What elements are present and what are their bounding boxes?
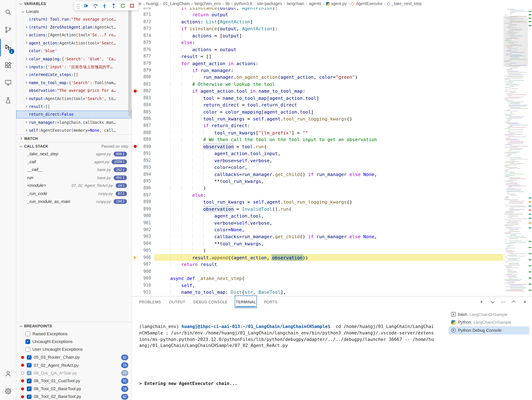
variable-row[interactable]: run_manager: <langchain.callbacks.man… bbox=[16, 118, 132, 126]
breadcrumb-folder[interactable]: site-packages bbox=[257, 1, 282, 6]
breakpoint-checkbox[interactable] bbox=[25, 347, 30, 352]
code-line[interactable]: 886 tool_run_kwargs = self.agent.tool_ru… bbox=[132, 115, 503, 122]
gutter[interactable]: 908 bbox=[132, 268, 154, 275]
gutter[interactable]: 903 bbox=[132, 233, 154, 240]
variable-row[interactable]: name_to_tool_map: {'Search': Tool(nam… bbox=[16, 79, 132, 87]
code-line[interactable]: 897 else: bbox=[132, 192, 503, 198]
gutter[interactable]: 892 bbox=[132, 157, 154, 164]
variable-row[interactable]: observation: "The average price for a… bbox=[16, 87, 132, 95]
call-stack-header[interactable]: CALL STACK Paused on step bbox=[16, 142, 132, 150]
variable-row[interactable]: agent_action: AgentAction(tool='Searc… bbox=[16, 39, 132, 47]
gutter[interactable]: 911 bbox=[132, 289, 154, 296]
settings-gear-icon[interactable] bbox=[0, 382, 16, 400]
testing-icon[interactable] bbox=[0, 92, 16, 109]
code-line[interactable]: 891 agent_action.tool_input, bbox=[132, 150, 503, 157]
code-line[interactable]: 884 return_direct = tool.return_direct bbox=[132, 102, 503, 108]
panel-tab-ports[interactable]: PORTS bbox=[264, 297, 278, 307]
gutter[interactable]: 886 bbox=[132, 115, 154, 122]
gutter[interactable]: 902 bbox=[132, 226, 154, 233]
code-line[interactable]: 880 run_manager.on_agent_action(agent_ac… bbox=[132, 74, 503, 81]
more-actions-button[interactable]: ⋯ bbox=[500, 299, 506, 305]
breadcrumb-folder[interactable]: python3.8 bbox=[234, 1, 252, 6]
breakpoint-checkbox[interactable] bbox=[25, 331, 30, 336]
run-and-debug-icon[interactable]: 1 bbox=[0, 39, 16, 56]
breadcrumb-folder[interactable]: langchain bbox=[287, 1, 304, 6]
code-line[interactable]: 879 if run_manager: bbox=[132, 67, 503, 74]
code-line[interactable]: 878 for agent_action in actions: bbox=[132, 60, 503, 67]
panel-tab-terminal[interactable]: TERMINAL bbox=[236, 297, 256, 307]
gutter[interactable]: 890 bbox=[132, 143, 154, 150]
step-out-button[interactable] bbox=[109, 2, 118, 10]
close-panel-button[interactable]: × bbox=[522, 299, 528, 305]
breadcrumb-file[interactable]: agent.py bbox=[331, 1, 347, 6]
code-line[interactable]: 872 actions: List[AgentAction] bbox=[132, 18, 503, 25]
breadcrumb-folder[interactable]: agents bbox=[309, 1, 321, 6]
terminal-dropdown-button[interactable] bbox=[489, 299, 495, 305]
breakpoint-dot-icon[interactable] bbox=[133, 89, 137, 93]
minimap[interactable] bbox=[504, 7, 528, 296]
variable-row[interactable]: self: AgentExecutor(memory=None, call… bbox=[16, 126, 132, 134]
gutter[interactable]: 898 bbox=[132, 198, 154, 205]
code-line[interactable]: 870 if isinstance(output, AgentFinish): bbox=[132, 7, 503, 12]
code-line[interactable]: 887 if return_direct: bbox=[132, 122, 503, 129]
breakpoint-checkbox[interactable] bbox=[25, 339, 30, 344]
variable-row[interactable]: output: AgentAction(tool='Search', to… bbox=[16, 95, 132, 102]
variable-row[interactable]: color: 'blue' bbox=[16, 47, 132, 55]
code-line[interactable]: 898 tool_run_kwargs = self.agent.tool_ru… bbox=[132, 198, 503, 205]
terminal-list-item[interactable]: PythonLangChainCHSample bbox=[449, 318, 529, 326]
variable-row[interactable]: return_direct: False bbox=[16, 110, 132, 118]
call-stack-frame[interactable]: <module>07_02_Agent_ReAct.py19:1 bbox=[16, 182, 132, 190]
variable-row[interactable]: actions: [AgentAction(tool='Se...f ro… bbox=[16, 31, 132, 39]
gutter[interactable]: 883 bbox=[132, 95, 154, 102]
breakpoint-dot-icon[interactable] bbox=[133, 145, 137, 148]
code-editor[interactable]: home›huangj›01_LangChain›langchain_env›l… bbox=[132, 0, 532, 296]
gutter[interactable]: 889 bbox=[132, 136, 154, 143]
gutter[interactable]: 893 bbox=[132, 164, 154, 171]
code-line[interactable]: 911 name_to_tool_map: Dict[str, BaseTool… bbox=[132, 289, 503, 296]
variable-row[interactable]: result: [] bbox=[16, 102, 132, 110]
code-line[interactable]: 876 actions = output bbox=[132, 46, 503, 53]
code-area[interactable]: 870 if isinstance(output, AgentFinish):8… bbox=[132, 7, 503, 296]
gutter[interactable]: 877 bbox=[132, 53, 154, 60]
code-line[interactable]: 902 color=None, bbox=[132, 226, 503, 233]
watch-header[interactable]: WATCH bbox=[16, 135, 132, 142]
breakpoint-checkbox[interactable] bbox=[27, 387, 31, 391]
exception-breakpoint-row[interactable]: User Uncaught Exceptions bbox=[16, 345, 132, 353]
call-stack-frame[interactable]: _run_coderunpy.py87:1 bbox=[16, 190, 132, 197]
step-into-button[interactable] bbox=[100, 2, 109, 10]
code-line[interactable]: 909 async def _atake_next_step( bbox=[132, 275, 503, 282]
code-line[interactable]: 890 observation = tool.run( bbox=[132, 143, 503, 150]
gutter[interactable]: 891 bbox=[132, 150, 154, 157]
panel-tab-debug-console[interactable]: DEBUG CONSOLE bbox=[193, 297, 228, 307]
gutter[interactable]: 901 bbox=[132, 219, 154, 226]
breadcrumb-method[interactable]: _take_next_step bbox=[392, 1, 422, 6]
remote-explorer-icon[interactable] bbox=[0, 74, 16, 92]
gutter[interactable]: 887 bbox=[132, 122, 154, 129]
code-line[interactable]: 877 result = [] bbox=[132, 53, 503, 60]
breakpoint-row[interactable]: 08_Tool_01_CustTool.py31 bbox=[16, 377, 132, 385]
call-stack-frame[interactable]: runbase.py451:1 bbox=[16, 174, 132, 182]
breakpoint-checkbox[interactable] bbox=[27, 394, 31, 399]
code-line[interactable]: 895 **tool_run_kwargs, bbox=[132, 178, 503, 184]
code-line[interactable]: 901 verbose=self.verbose, bbox=[132, 219, 503, 226]
code-line[interactable]: 910 self, bbox=[132, 282, 503, 289]
code-line[interactable]: 874 actions = [output] bbox=[132, 32, 503, 39]
breadcrumb-folder[interactable]: langchain_env bbox=[194, 1, 221, 6]
panel-tab-problems[interactable]: PROBLEMS bbox=[139, 297, 161, 307]
variable-row[interactable]: (return) Tool.run: "The average price… bbox=[16, 15, 132, 23]
panel-tab-output[interactable]: OUTPUT bbox=[169, 297, 185, 307]
new-terminal-button[interactable]: + bbox=[478, 299, 484, 305]
gutter[interactable]: 871 bbox=[132, 11, 154, 18]
gutter[interactable]: 884 bbox=[132, 102, 154, 108]
account-icon[interactable] bbox=[0, 365, 16, 382]
exception-breakpoint-row[interactable]: Uncaught Exceptions bbox=[16, 337, 132, 345]
code-line[interactable]: 885 color = color_mapping[agent_action.t… bbox=[132, 108, 503, 115]
extensions-icon[interactable] bbox=[0, 56, 16, 74]
breadcrumb[interactable]: home›huangj›01_LangChain›langchain_env›l… bbox=[132, 0, 532, 7]
source-control-icon[interactable] bbox=[0, 21, 16, 39]
variable-row[interactable]: (return) ZeroShotAgent.plan: AgentAct… bbox=[16, 23, 132, 31]
gutter[interactable]: 873 bbox=[132, 25, 154, 32]
breakpoint-row[interactable]: 08_Tool_02_BaseTool.py82 bbox=[16, 393, 132, 400]
gutter[interactable]: 897 bbox=[132, 192, 154, 198]
gutter[interactable]: 909 bbox=[132, 275, 154, 282]
